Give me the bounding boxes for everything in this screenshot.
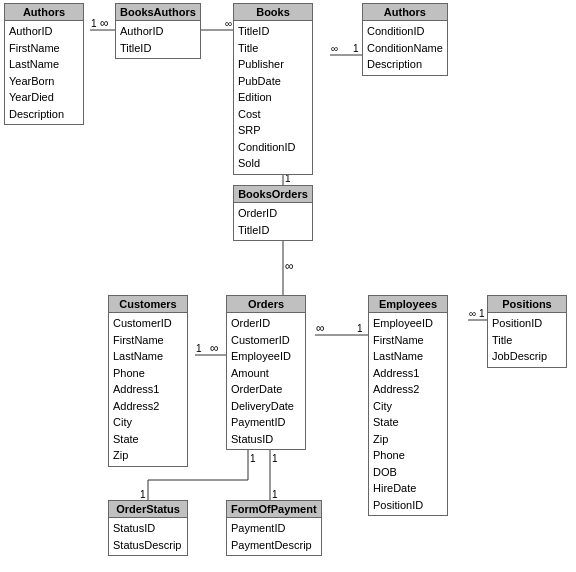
er-diagram: 1∞∞∞∞111∞∞1∞∞1∞11111 AuthorsAuthorIDFirs…: [0, 0, 576, 572]
svg-text:1: 1: [357, 323, 363, 334]
field-yearborn: YearBorn: [9, 73, 79, 90]
table-body-order_status: StatusIDStatusDescrip: [109, 518, 187, 555]
svg-text:1: 1: [285, 173, 291, 184]
field-firstname: FirstName: [373, 332, 443, 349]
table-authors_right: AuthorsConditionIDConditionNameDescripti…: [362, 3, 448, 76]
field-city: City: [113, 414, 183, 431]
field-employeeid: EmployeeID: [231, 348, 301, 365]
table-header-form_of_payment: FormOfPayment: [227, 501, 321, 518]
svg-text:∞: ∞: [331, 43, 338, 54]
field-srp: SRP: [238, 122, 308, 139]
field-conditionid: ConditionID: [238, 139, 308, 156]
field-authorid: AuthorID: [120, 23, 196, 40]
field-customerid: CustomerID: [113, 315, 183, 332]
table-header-customers: Customers: [109, 296, 187, 313]
field-firstname: FirstName: [113, 332, 183, 349]
table-header-positions: Positions: [488, 296, 566, 313]
svg-text:∞: ∞: [225, 18, 232, 29]
field-pubdate: PubDate: [238, 73, 308, 90]
field-jobdescrip: JobDescrip: [492, 348, 562, 365]
field-phone: Phone: [113, 365, 183, 382]
table-books_authors: BooksAuthorsAuthorIDTitleID: [115, 3, 201, 59]
field-title: Title: [492, 332, 562, 349]
field-conditionname: ConditionName: [367, 40, 443, 57]
table-body-books_orders: OrderIDTitleID: [234, 203, 312, 240]
field-state: State: [113, 431, 183, 448]
field-paymentid: PaymentID: [231, 520, 317, 537]
svg-text:1: 1: [196, 343, 202, 354]
table-body-books: TitleIDTitlePublisherPubDateEditionCostS…: [234, 21, 312, 174]
table-header-order_status: OrderStatus: [109, 501, 187, 518]
field-edition: Edition: [238, 89, 308, 106]
table-books_orders: BooksOrdersOrderIDTitleID: [233, 185, 313, 241]
table-body-form_of_payment: PaymentIDPaymentDescrip: [227, 518, 321, 555]
field-titleid: TitleID: [238, 222, 308, 239]
field-lastname: LastName: [9, 56, 79, 73]
field-paymentdescrip: PaymentDescrip: [231, 537, 317, 554]
field-hiredate: HireDate: [373, 480, 443, 497]
table-body-books_authors: AuthorIDTitleID: [116, 21, 200, 58]
svg-text:1: 1: [272, 453, 278, 464]
field-statusid: StatusID: [113, 520, 183, 537]
table-body-authors_left: AuthorIDFirstNameLastNameYearBornYearDie…: [5, 21, 83, 124]
svg-text:∞: ∞: [210, 341, 219, 355]
svg-text:1: 1: [272, 489, 278, 500]
svg-text:1: 1: [250, 453, 256, 464]
field-address1: Address1: [113, 381, 183, 398]
table-header-books_authors: BooksAuthors: [116, 4, 200, 21]
field-state: State: [373, 414, 443, 431]
field-address1: Address1: [373, 365, 443, 382]
svg-text:∞: ∞: [469, 308, 476, 319]
table-body-authors_right: ConditionIDConditionNameDescription: [363, 21, 447, 75]
svg-text:1: 1: [91, 18, 97, 29]
field-paymentid: PaymentID: [231, 414, 301, 431]
svg-text:1: 1: [353, 43, 359, 54]
svg-text:1: 1: [479, 308, 485, 319]
table-header-authors_left: Authors: [5, 4, 83, 21]
field-titleid: TitleID: [120, 40, 196, 57]
field-yeardied: YearDied: [9, 89, 79, 106]
field-cost: Cost: [238, 106, 308, 123]
table-authors_left: AuthorsAuthorIDFirstNameLastNameYearBorn…: [4, 3, 84, 125]
table-form_of_payment: FormOfPaymentPaymentIDPaymentDescrip: [226, 500, 322, 556]
field-customerid: CustomerID: [231, 332, 301, 349]
field-title: Title: [238, 40, 308, 57]
field-deliverydate: DeliveryDate: [231, 398, 301, 415]
table-orders: OrdersOrderIDCustomerIDEmployeeIDAmountO…: [226, 295, 306, 450]
table-employees: EmployeesEmployeeIDFirstNameLastNameAddr…: [368, 295, 448, 516]
table-books: BooksTitleIDTitlePublisherPubDateEdition…: [233, 3, 313, 175]
table-header-books: Books: [234, 4, 312, 21]
table-body-employees: EmployeeIDFirstNameLastNameAddress1Addre…: [369, 313, 447, 515]
field-authorid: AuthorID: [9, 23, 79, 40]
field-orderid: OrderID: [231, 315, 301, 332]
svg-text:∞: ∞: [100, 16, 109, 30]
table-header-books_orders: BooksOrders: [234, 186, 312, 203]
field-city: City: [373, 398, 443, 415]
field-zip: Zip: [373, 431, 443, 448]
field-address2: Address2: [113, 398, 183, 415]
field-positionid: PositionID: [373, 497, 443, 514]
field-employeeid: EmployeeID: [373, 315, 443, 332]
svg-text:∞: ∞: [285, 259, 294, 273]
table-header-employees: Employees: [369, 296, 447, 313]
field-positionid: PositionID: [492, 315, 562, 332]
field-address2: Address2: [373, 381, 443, 398]
table-body-positions: PositionIDTitleJobDescrip: [488, 313, 566, 367]
field-lastname: LastName: [113, 348, 183, 365]
field-publisher: Publisher: [238, 56, 308, 73]
table-header-authors_right: Authors: [363, 4, 447, 21]
field-amount: Amount: [231, 365, 301, 382]
field-statusid: StatusID: [231, 431, 301, 448]
table-body-orders: OrderIDCustomerIDEmployeeIDAmountOrderDa…: [227, 313, 305, 449]
table-header-orders: Orders: [227, 296, 305, 313]
field-sold: Sold: [238, 155, 308, 172]
field-zip: Zip: [113, 447, 183, 464]
field-phone: Phone: [373, 447, 443, 464]
table-positions: PositionsPositionIDTitleJobDescrip: [487, 295, 567, 368]
field-orderid: OrderID: [238, 205, 308, 222]
table-customers: CustomersCustomerIDFirstNameLastNamePhon…: [108, 295, 188, 467]
field-statusdescrip: StatusDescrip: [113, 537, 183, 554]
field-conditionid: ConditionID: [367, 23, 443, 40]
field-description: Description: [367, 56, 443, 73]
table-body-customers: CustomerIDFirstNameLastNamePhoneAddress1…: [109, 313, 187, 466]
